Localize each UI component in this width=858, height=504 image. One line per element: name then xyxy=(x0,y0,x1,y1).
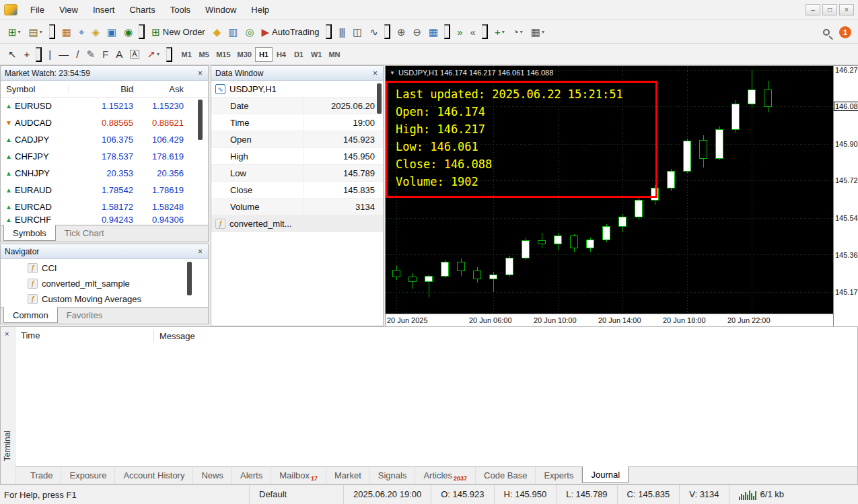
tile-windows[interactable]: ▦ xyxy=(425,23,441,40)
market-watch-row[interactable]: ▲ CHFJPY 178.537 178.619 xyxy=(1,148,208,165)
cursor[interactable]: ↖ xyxy=(4,46,20,63)
navigator-close-button[interactable]: × xyxy=(196,248,204,256)
periods[interactable]: ◔ ▾ xyxy=(509,23,527,40)
tab-articles[interactable]: Articles 2037 xyxy=(415,467,476,484)
tab-exposure[interactable]: Exposure xyxy=(61,467,115,484)
tf-mn[interactable]: MN xyxy=(325,47,343,62)
tf-m5[interactable]: M5 xyxy=(195,47,213,62)
terminal-toggle[interactable]: ▣ xyxy=(103,23,120,40)
tf-m15[interactable]: M15 xyxy=(213,47,234,62)
tab-market[interactable]: Market xyxy=(326,467,370,484)
templates[interactable]: ▦ ▾ xyxy=(527,23,548,40)
market-watch-row[interactable]: ▲ CADJPY 106.375 106.429 xyxy=(1,131,208,148)
text-tool[interactable]: A xyxy=(112,46,126,63)
market-watch-row[interactable]: ▲ CNHJPY 20.353 20.356 xyxy=(1,165,208,182)
tab-alerts[interactable]: Alerts xyxy=(232,467,271,484)
tab-experts[interactable]: Experts xyxy=(536,467,582,484)
market-watch-close-button[interactable]: × xyxy=(196,69,204,77)
collapse-icon[interactable]: ▼ xyxy=(390,70,395,76)
vertical-line-tool[interactable]: | xyxy=(44,46,55,63)
strategy-tester[interactable]: ◉ xyxy=(120,23,136,40)
tf-d1[interactable]: D1 xyxy=(290,47,308,62)
autotrading[interactable]: ▶ AutoTrading xyxy=(258,23,324,40)
tf-h4[interactable]: H4 xyxy=(273,47,290,62)
profile-selector[interactable]: Default xyxy=(249,485,343,504)
tab-favorites[interactable]: Favorites xyxy=(58,308,111,324)
column-bid[interactable]: Bid xyxy=(68,84,133,94)
metaeditor[interactable]: ◆ xyxy=(209,23,225,40)
channel-tool[interactable]: ✎ xyxy=(82,46,98,63)
menu-item[interactable]: Insert xyxy=(85,0,122,20)
zoom-in[interactable]: ⊕ xyxy=(393,23,409,40)
menu-item[interactable]: Help xyxy=(244,0,277,20)
market-watch-scrollbar[interactable] xyxy=(198,100,203,140)
new-chart[interactable]: ⊞ ▾ xyxy=(4,23,25,40)
tf-m1[interactable]: M1 xyxy=(178,47,195,62)
column-symbol[interactable]: Symbol xyxy=(1,84,68,94)
new-order[interactable]: ⊞ New Order xyxy=(147,23,209,40)
market-watch-row[interactable]: ▲ EURUSD 1.15213 1.15230 xyxy=(1,98,208,114)
tab-tick-chart[interactable]: Tick Chart xyxy=(56,225,113,242)
tab-mailbox[interactable]: Mailbox 17 xyxy=(271,467,326,484)
shapes-tool[interactable]: ↗ ▾ xyxy=(143,46,164,63)
minimize-button[interactable]: – xyxy=(806,4,820,15)
menu-item[interactable]: Tools xyxy=(163,0,198,20)
market-watch-toggle[interactable]: ▦ xyxy=(58,23,75,40)
menu-item[interactable]: Window xyxy=(198,0,244,20)
crosshair[interactable]: + xyxy=(20,46,34,63)
market-watch-row[interactable]: ▼ AUDCAD 0.88565 0.88621 xyxy=(1,114,208,131)
data-field-value: 2025.06.20 xyxy=(303,98,383,114)
tab-common[interactable]: Common xyxy=(3,307,58,323)
menu-item[interactable]: Charts xyxy=(122,0,162,20)
zoom-out[interactable]: ⊖ xyxy=(408,23,425,40)
close-button[interactable]: × xyxy=(839,4,854,15)
menu-item[interactable]: View xyxy=(52,0,85,20)
line-chart-mode[interactable]: ∿ xyxy=(365,23,382,40)
data-window-indicator-row[interactable]: ƒ converted_mlt... xyxy=(211,215,383,232)
vps-icon: ▥ xyxy=(228,27,237,37)
navigator-scrollbar[interactable] xyxy=(187,262,192,295)
tf-h1[interactable]: H1 xyxy=(255,47,273,62)
candlestick-mode[interactable]: ◫ xyxy=(349,23,365,40)
nav-converted-mlt-sample[interactable]: ƒ converted_mlt_sample xyxy=(1,276,208,291)
restore-button[interactable]: □ xyxy=(822,4,837,15)
terminal-close-button[interactable]: × xyxy=(5,330,9,338)
community[interactable]: ◎ xyxy=(241,23,257,40)
price-axis[interactable]: 146.270146.088145.905145.725145.540145.3… xyxy=(833,66,858,327)
tf-m30[interactable]: M30 xyxy=(234,47,255,62)
trendline-tool[interactable]: / xyxy=(72,46,82,63)
data-window-toggle[interactable]: ⌖ xyxy=(75,23,87,40)
label-tool[interactable]: A xyxy=(126,46,143,63)
tab-code-base[interactable]: Code Base xyxy=(476,467,536,484)
vps[interactable]: ▥ xyxy=(224,23,241,40)
column-ask[interactable]: Ask xyxy=(133,84,184,94)
chart-plot[interactable]: ▼ USDJPY,H1 146.174 146.217 146.061 146.… xyxy=(386,66,833,314)
nav-cci[interactable]: ƒ CCI xyxy=(1,260,208,276)
tab-news[interactable]: News xyxy=(193,467,232,484)
tf-w1[interactable]: W1 xyxy=(308,47,326,62)
market-watch-row[interactable]: ▲ EURCHF 0.94243 0.94306 xyxy=(1,215,208,223)
horizontal-line-tool[interactable]: — xyxy=(55,46,72,63)
fibonacci-tool[interactable]: F xyxy=(98,46,112,63)
time-axis[interactable]: 20 Jun 202520 Jun 06:0020 Jun 10:0020 Ju… xyxy=(386,314,833,326)
tab-symbols[interactable]: Symbols xyxy=(3,225,56,241)
navigator-toggle[interactable]: ◈ xyxy=(87,23,103,40)
chart-shift[interactable]: « xyxy=(466,23,479,40)
market-watch-row[interactable]: ▲ EURCAD 1.58172 1.58248 xyxy=(1,199,208,215)
search-icon[interactable] xyxy=(823,29,830,36)
tab-trade[interactable]: Trade xyxy=(22,467,61,484)
data-window-close-button[interactable]: × xyxy=(371,69,379,77)
nav-custom-moving-averages[interactable]: ƒ Custom Moving Averages xyxy=(1,291,208,307)
bar-chart-mode[interactable]: ||| xyxy=(334,23,349,40)
tab-signals[interactable]: Signals xyxy=(370,467,416,484)
auto-scroll[interactable]: » xyxy=(453,23,466,40)
profiles[interactable]: ▤ ▾ xyxy=(25,23,46,40)
market-watch-row[interactable]: ▲ EURAUD 1.78542 1.78619 xyxy=(1,182,208,199)
tab-journal[interactable]: Journal xyxy=(582,466,629,483)
tab-account-history[interactable]: Account History xyxy=(115,467,193,484)
notifications-badge[interactable]: 1 xyxy=(839,26,851,38)
indicators[interactable]: + ▾ xyxy=(491,23,509,40)
menu-item[interactable]: File xyxy=(23,0,52,20)
data-window-scrollbar[interactable] xyxy=(377,83,382,114)
profiles-icon: ▤ xyxy=(29,27,38,37)
